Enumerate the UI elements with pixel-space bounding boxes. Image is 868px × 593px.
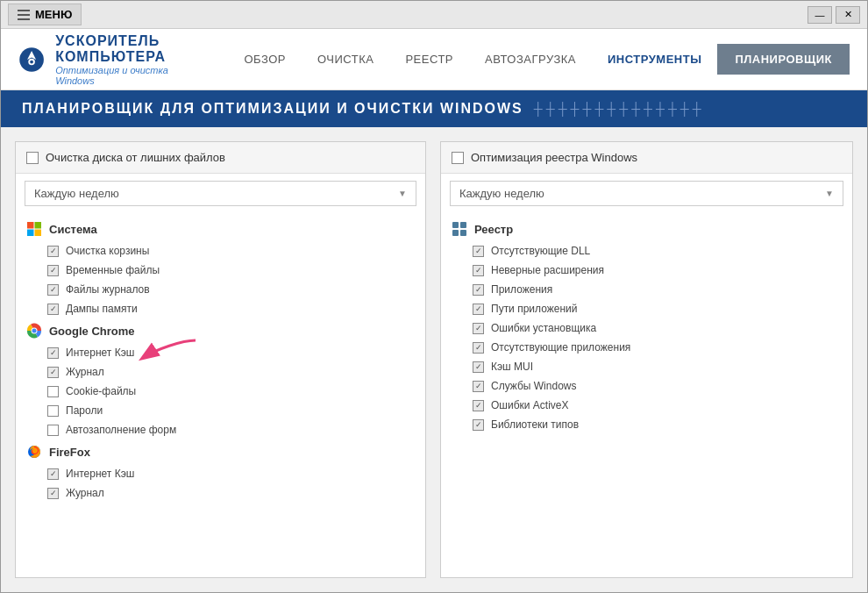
item-checkbox-dumps[interactable] xyxy=(47,304,59,315)
item-checkbox-inet-cache[interactable] xyxy=(47,347,59,359)
logo-area: УСКОРИТЕЛЬ КОМПЬЮТЕРА Оптимизация и очис… xyxy=(18,33,193,86)
item-checkbox-journal-chrome[interactable] xyxy=(47,367,59,378)
nav-tools[interactable]: ИНСТРУМЕНТЫ xyxy=(592,46,717,73)
list-item: Ошибки установщика xyxy=(441,318,852,338)
item-label: Cookie-файлы xyxy=(66,385,136,397)
item-checkbox-installer-errors[interactable] xyxy=(473,323,484,334)
list-item: Интернет Кэш xyxy=(16,464,425,483)
item-label: Интернет Кэш xyxy=(66,468,134,480)
list-item: Cookie-файлы xyxy=(16,382,425,401)
list-item: Службы Windows xyxy=(441,376,852,396)
left-dropdown-arrow: ▼ xyxy=(398,189,407,198)
item-label: Пути приложений xyxy=(491,303,577,315)
main-window: МЕНЮ — ✕ УСКОРИТЕЛЬ КОМПЬЮТЕРА Оптимизац… xyxy=(0,0,868,593)
svg-point-3 xyxy=(30,60,33,63)
close-button[interactable]: ✕ xyxy=(836,6,860,24)
titlebar: МЕНЮ — ✕ xyxy=(1,1,867,29)
list-item: Временные файлы xyxy=(16,261,425,280)
list-item: Дампы памяти xyxy=(16,299,425,318)
item-checkbox-win-services[interactable] xyxy=(473,381,484,392)
menu-button[interactable]: МЕНЮ xyxy=(8,4,82,25)
logo-title: УСКОРИТЕЛЬ КОМПЬЮТЕРА xyxy=(55,33,193,65)
left-tree-list[interactable]: Система Очистка корзины Временные файлы … xyxy=(16,213,425,577)
item-label: Ошибки ActiveX xyxy=(491,399,569,411)
item-checkbox-mui-cache[interactable] xyxy=(473,361,484,373)
item-label: Автозаполнение форм xyxy=(66,424,176,436)
item-label: Интернет Кэш xyxy=(66,347,134,359)
group-registry-label: Реестр xyxy=(474,223,513,236)
list-item: Файлы журналов xyxy=(16,280,425,299)
right-panel-dropdown[interactable]: Каждую неделю ▼ xyxy=(450,181,843,206)
logo-icon xyxy=(18,39,45,81)
hamburger-icon xyxy=(18,10,30,20)
list-item: Интернет Кэш xyxy=(16,343,425,362)
list-item: Журнал xyxy=(16,483,425,503)
item-checkbox-logs[interactable] xyxy=(47,284,59,296)
item-label: Дампы памяти xyxy=(66,303,138,315)
item-checkbox-wrong-ext[interactable] xyxy=(473,265,484,276)
item-label: Временные файлы xyxy=(66,264,160,276)
item-checkbox-ff-journal[interactable] xyxy=(47,488,59,499)
group-system: Система xyxy=(16,217,425,241)
left-panel-container: Очистка диска от лишних файлов Каждую не… xyxy=(15,141,426,578)
right-panel-header: Оптимизация реестра Windows xyxy=(441,142,852,174)
item-label: Приложения xyxy=(491,283,552,296)
item-label: Журнал xyxy=(66,366,104,378)
main-content: Очистка диска от лишних файлов Каждую не… xyxy=(1,127,867,592)
svg-point-10 xyxy=(32,329,37,333)
item-checkbox-missing-apps[interactable] xyxy=(473,342,484,354)
list-item: Ошибки ActiveX xyxy=(441,396,852,415)
title-decoration: ┼┼┼┼┼┼┼┼┼┼┼┼┼┼ xyxy=(534,102,705,116)
minimize-button[interactable]: — xyxy=(808,6,832,24)
item-checkbox-cookies[interactable] xyxy=(47,386,59,397)
windows-icon xyxy=(26,221,42,237)
left-dropdown-value: Каждую неделю xyxy=(34,187,119,200)
list-item: Очистка корзины xyxy=(16,241,425,261)
nav-overview[interactable]: ОБЗОР xyxy=(228,46,302,73)
list-item: Пароли xyxy=(16,401,425,420)
item-checkbox-activex-errors[interactable] xyxy=(473,400,484,411)
svg-rect-13 xyxy=(460,222,466,228)
item-checkbox-ff-cache[interactable] xyxy=(47,468,59,480)
main-nav: ОБЗОР ОЧИСТКА РЕЕСТР АВТОЗАГРУЗКА ИНСТРУ… xyxy=(228,44,850,75)
app-header: УСКОРИТЕЛЬ КОМПЬЮТЕРА Оптимизация и очис… xyxy=(1,29,867,90)
nav-cleaning[interactable]: ОЧИСТКА xyxy=(302,46,389,73)
nav-registry[interactable]: РЕЕСТР xyxy=(389,46,469,73)
item-label: Отсутствующие приложения xyxy=(491,341,630,354)
group-chrome-label: Google Chrome xyxy=(49,325,135,338)
right-panel-checkbox[interactable] xyxy=(452,152,464,164)
list-item: Библиотеки типов xyxy=(441,415,852,434)
item-label: Ошибки установщика xyxy=(491,322,596,334)
left-panel-dropdown[interactable]: Каждую неделю ▼ xyxy=(25,181,416,206)
nav-autostart[interactable]: АВТОЗАГРУЗКА xyxy=(469,46,592,73)
list-item: Отсутствующие DLL xyxy=(441,241,852,261)
item-checkbox-autofill[interactable] xyxy=(47,425,59,436)
item-checkbox-recycle[interactable] xyxy=(47,246,59,257)
item-label: Пароли xyxy=(66,404,103,417)
page-title-bar: ПЛАНИРОВЩИК ДЛЯ ОПТИМИЗАЦИИ И ОЧИСТКИ WI… xyxy=(1,90,867,127)
chrome-icon xyxy=(26,323,42,339)
list-item: Отсутствующие приложения xyxy=(441,338,852,357)
item-checkbox-apps[interactable] xyxy=(473,284,484,296)
svg-rect-15 xyxy=(460,230,466,236)
group-system-label: Система xyxy=(49,223,97,236)
right-panel-title: Оптимизация реестра Windows xyxy=(471,151,637,164)
item-checkbox-missing-dll[interactable] xyxy=(473,246,484,257)
list-item: Кэш MUI xyxy=(441,357,852,376)
item-checkbox-app-paths[interactable] xyxy=(473,304,484,315)
menu-label: МЕНЮ xyxy=(35,8,72,21)
left-panel-checkbox[interactable] xyxy=(26,152,39,164)
item-checkbox-temp[interactable] xyxy=(47,265,59,276)
item-label: Журнал xyxy=(66,487,104,499)
list-item: Пути приложений xyxy=(441,299,852,318)
item-label: Неверные расширения xyxy=(491,264,604,276)
group-firefox: FireFox xyxy=(16,439,425,464)
nav-scheduler[interactable]: ПЛАНИРОВЩИК xyxy=(717,44,850,75)
svg-rect-4 xyxy=(27,222,34,229)
item-checkbox-type-libs[interactable] xyxy=(473,419,484,431)
titlebar-controls: — ✕ xyxy=(808,6,860,24)
svg-rect-6 xyxy=(27,230,34,237)
right-tree-list[interactable]: Реестр Отсутствующие DLL Неверные расшир… xyxy=(441,213,852,577)
item-checkbox-passwords[interactable] xyxy=(47,405,59,417)
group-firefox-label: FireFox xyxy=(49,446,90,459)
